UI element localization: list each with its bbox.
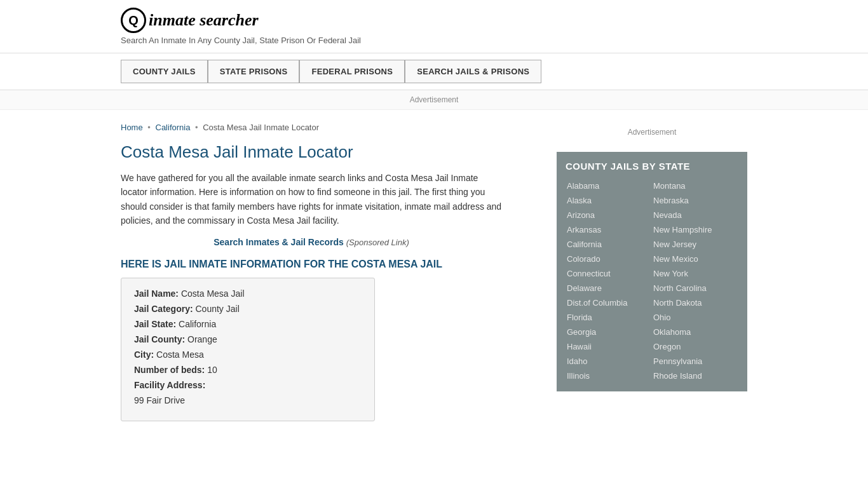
state-item[interactable]: Delaware	[566, 281, 652, 295]
jail-category-row: Jail Category: County Jail	[134, 304, 362, 314]
logo-text-bold: inmate searcher	[149, 11, 259, 29]
nav-county-jails[interactable]: COUNTY JAILS	[121, 60, 208, 83]
jail-beds-row: Number of beds: 10	[134, 365, 362, 375]
jail-name-label: Jail Name:	[134, 288, 179, 299]
state-item[interactable]: North Dakota	[652, 296, 738, 309]
jail-beds-label: Number of beds:	[134, 365, 205, 375]
jail-state-label: Jail State:	[134, 319, 176, 329]
jail-name-row: Jail Name: Costa Mesa Jail	[134, 288, 362, 299]
state-item[interactable]: Nevada	[652, 208, 738, 222]
nav-state-prisons[interactable]: STATE PRISONS	[208, 60, 300, 83]
jail-name-val: Costa Mesa Jail	[181, 288, 245, 299]
jail-city-label: City:	[134, 349, 154, 360]
state-item[interactable]: Dist.of Columbia	[566, 296, 652, 309]
state-item[interactable]: Nebraska	[652, 194, 738, 207]
state-item[interactable]: Idaho	[566, 355, 652, 368]
jail-address-value: 99 Fair Drive	[134, 395, 185, 405]
search-inmates-link[interactable]: Search Inmates & Jail Records	[214, 237, 344, 247]
state-grid: AlabamaMontanaAlaskaNebraskaArizonaNevad…	[566, 179, 738, 383]
header: Q inmate searcher Search An Inmate In An…	[0, 0, 868, 53]
state-item[interactable]: Ohio	[652, 311, 738, 324]
state-item[interactable]: Alaska	[566, 194, 652, 207]
jail-state-row: Jail State: California	[134, 319, 362, 329]
state-item[interactable]: New Hampshire	[652, 223, 738, 236]
logo-text: inmate searcher	[149, 11, 259, 30]
jail-city-row: City: Costa Mesa	[134, 349, 362, 360]
content-area: Home • California • Costa Mesa Jail Inma…	[121, 110, 544, 434]
breadcrumb-current: Costa Mesa Jail Inmate Locator	[203, 123, 319, 132]
tagline: Search An Inmate In Any County Jail, Sta…	[121, 36, 747, 45]
jail-county-row: Jail County: Orange	[134, 334, 362, 344]
breadcrumb-state[interactable]: California	[156, 123, 191, 132]
state-item[interactable]: Florida	[566, 311, 652, 324]
state-item[interactable]: Oregon	[652, 340, 738, 353]
state-item[interactable]: North Carolina	[652, 281, 738, 295]
breadcrumb-home[interactable]: Home	[121, 123, 143, 132]
jail-state-val: California	[179, 319, 216, 329]
state-item[interactable]: Oklahoma	[652, 325, 738, 339]
jail-category-label: Jail Category:	[134, 304, 193, 314]
breadcrumb: Home • California • Costa Mesa Jail Inma…	[121, 123, 544, 132]
logo-area: Q inmate searcher	[121, 8, 747, 33]
state-item[interactable]: Georgia	[566, 325, 652, 339]
sidebar: Advertisement COUNTY JAILS BY STATE Alab…	[557, 110, 747, 434]
logo-icon: Q	[121, 8, 146, 33]
jail-address-label: Facility Address:	[134, 380, 205, 390]
state-item[interactable]: New Jersey	[652, 238, 738, 251]
state-item[interactable]: Pennsylvania	[652, 355, 738, 368]
jail-cat-val: County Jail	[195, 304, 239, 314]
state-item[interactable]: Illinois	[566, 369, 652, 383]
state-item[interactable]: Rhode Island	[652, 369, 738, 383]
state-item[interactable]: Alabama	[566, 179, 652, 193]
nav-federal-prisons[interactable]: FEDERAL PRISONS	[299, 60, 405, 83]
state-item[interactable]: Colorado	[566, 252, 652, 266]
jail-county-val: Orange	[187, 334, 217, 344]
breadcrumb-sep-2: •	[195, 123, 198, 132]
state-item[interactable]: Arizona	[566, 208, 652, 222]
jail-address-row: Facility Address:	[134, 380, 362, 390]
nav-bar: COUNTY JAILS STATE PRISONS FEDERAL PRISO…	[0, 53, 868, 90]
state-box: COUNTY JAILS BY STATE AlabamaMontanaAlas…	[557, 152, 747, 391]
section-heading: HERE IS JAIL INMATE INFORMATION FOR THE …	[121, 259, 502, 270]
state-item[interactable]: Connecticut	[566, 267, 652, 280]
page-title: Costa Mesa Jail Inmate Locator	[121, 142, 544, 162]
page-description: We have gathered for you all the availab…	[121, 171, 502, 228]
jail-city-val: Costa Mesa	[156, 349, 204, 360]
jail-county-label: Jail County:	[134, 334, 185, 344]
breadcrumb-sep-1: •	[147, 123, 151, 132]
state-item[interactable]: New York	[652, 267, 738, 280]
ad-banner: Advertisement	[0, 90, 868, 110]
search-link-container: Search Inmates & Jail Records (Sponsored…	[121, 237, 502, 247]
state-item[interactable]: New Mexico	[652, 252, 738, 266]
nav-search-jails[interactable]: SEARCH JAILS & PRISONS	[405, 60, 541, 83]
state-item[interactable]: California	[566, 238, 652, 251]
jail-info-card: Jail Name: Costa Mesa Jail Jail Category…	[121, 278, 375, 421]
state-box-title: COUNTY JAILS BY STATE	[566, 161, 738, 172]
sponsored-text: (Sponsored Link)	[346, 238, 409, 247]
sidebar-ad: Advertisement	[557, 123, 747, 142]
main-layout: Home • California • Costa Mesa Jail Inma…	[0, 110, 868, 434]
jail-address-value-row: 99 Fair Drive	[134, 395, 362, 405]
jail-beds-val: 10	[207, 365, 217, 375]
state-item[interactable]: Montana	[652, 179, 738, 193]
state-item[interactable]: Arkansas	[566, 223, 652, 236]
state-item[interactable]: Hawaii	[566, 340, 652, 353]
